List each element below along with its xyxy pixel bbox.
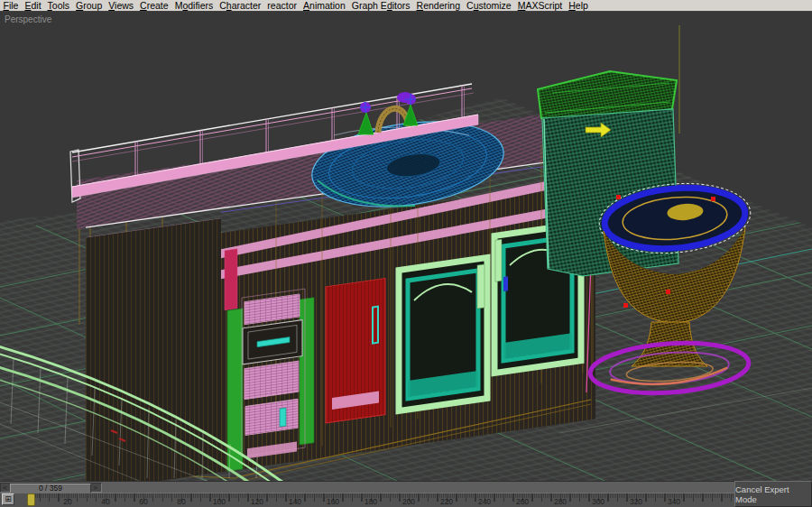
frame-tick-label: 320 xyxy=(630,497,642,506)
prev-frame-button[interactable]: < xyxy=(1,484,9,493)
menu-bar: FileEditToolsGroupViewsCreateModifiersCh… xyxy=(0,0,812,12)
red-door[interactable] xyxy=(326,279,385,423)
frame-tick-label: 180 xyxy=(364,497,377,506)
menu-group[interactable]: Group xyxy=(73,0,106,11)
mini-curve-editor-button[interactable]: ⊞ xyxy=(2,493,14,505)
frame-tick-label: 80 xyxy=(177,497,185,506)
menu-create[interactable]: Create xyxy=(137,0,172,11)
frame-tick-label: 280 xyxy=(554,497,567,506)
menu-rendering[interactable]: Rendering xyxy=(413,0,463,11)
menu-tools[interactable]: Tools xyxy=(44,0,73,11)
crimson-stile-left xyxy=(225,249,237,310)
frame-tick-label: 240 xyxy=(478,497,491,506)
frame-tick-label: 200 xyxy=(402,497,415,506)
current-frame-marker[interactable] xyxy=(27,493,35,506)
frame-tick-label: 120 xyxy=(251,497,263,506)
frame-tick-label: 260 xyxy=(516,497,529,506)
menu-modifiers[interactable]: Modifiers xyxy=(171,0,217,11)
faucet-cone-left xyxy=(358,113,374,134)
frame-tick-label: 140 xyxy=(289,497,301,506)
frame-tick-label: 160 xyxy=(327,497,339,506)
frame-tick-label: 60 xyxy=(139,497,147,506)
frame-tick-label: 220 xyxy=(440,497,453,506)
menu-maxscript[interactable]: MAXScript xyxy=(514,0,566,11)
menu-views[interactable]: Views xyxy=(106,0,137,11)
door-handle-blue-accent xyxy=(503,276,508,291)
frame-tick-label: 100 xyxy=(213,497,226,506)
menu-file[interactable]: File xyxy=(0,0,22,11)
3dsmax-window: FileEditToolsGroupViewsCreateModifiersCh… xyxy=(0,0,812,507)
track-bar[interactable]: 2040608010012014016018020022024026028030… xyxy=(0,493,812,507)
time-slider-groove[interactable]: < 0 / 359 > xyxy=(0,483,102,493)
menu-character[interactable]: Character xyxy=(217,0,264,11)
menu-graph-editors[interactable]: Graph Editors xyxy=(348,0,413,11)
viewport-canvas[interactable] xyxy=(0,12,812,481)
frame-tick-label: 40 xyxy=(101,497,109,506)
menu-customize[interactable]: Customize xyxy=(464,0,515,11)
menu-animation[interactable]: Animation xyxy=(300,0,349,11)
next-frame-button[interactable]: > xyxy=(91,484,99,493)
pale-green-door-left[interactable] xyxy=(399,258,487,411)
frame-tick-label: 300 xyxy=(592,497,604,506)
drawer-4-handle xyxy=(280,408,286,427)
door-handle xyxy=(495,239,502,281)
door-handle xyxy=(477,264,484,309)
time-slider-row: < 0 / 359 > xyxy=(0,481,812,493)
perspective-viewport[interactable]: Perspective xyxy=(0,12,812,481)
menu-help[interactable]: Help xyxy=(566,0,592,11)
menu-edit[interactable]: Edit xyxy=(22,0,44,11)
cancel-expert-mode-button[interactable]: Cancel Expert Mode xyxy=(734,481,812,507)
frame-tick-label: 340 xyxy=(668,497,680,506)
viewport-label[interactable]: Perspective xyxy=(5,14,51,24)
menu-reactor[interactable]: reactor xyxy=(264,0,300,11)
frame-tick-label: 20 xyxy=(63,497,71,506)
